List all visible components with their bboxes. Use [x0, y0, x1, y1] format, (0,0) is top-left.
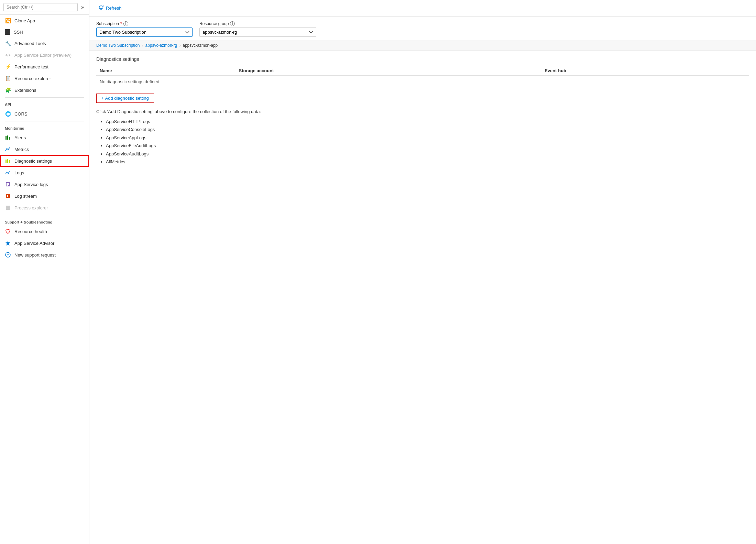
svg-rect-9 [7, 183, 9, 184]
extensions-icon: 🧩 [5, 87, 11, 93]
main-panel: Refresh Subscription * i Demo Two Subscr… [89, 0, 756, 544]
sidebar-item-label: Metrics [14, 147, 29, 152]
sidebar-item-cors[interactable]: 🌐 CORS [0, 108, 89, 120]
collapse-sidebar-button[interactable]: » [80, 3, 86, 12]
subscription-row: Subscription * i Demo Two Subscription R… [89, 17, 756, 40]
table-row-empty: No diagnostic settings defined [96, 76, 749, 88]
svg-rect-16 [7, 208, 9, 208]
resource-explorer-icon: 📋 [5, 75, 11, 81]
main-content-area: Subscription * i Demo Two Subscription R… [89, 17, 756, 544]
sidebar-item-label: App Service logs [14, 182, 48, 187]
sidebar-item-clone-app[interactable]: 🔀 Clone App [0, 15, 89, 26]
search-input[interactable] [3, 3, 78, 11]
svg-rect-5 [9, 160, 10, 163]
diagnostics-table: Name Storage account Event hub No diagno… [96, 66, 749, 88]
sidebar-item-app-service-editor: </> App Service Editor (Preview) [0, 49, 89, 61]
sidebar-item-extensions[interactable]: 🧩 Extensions [0, 84, 89, 96]
add-diagnostic-setting-button[interactable]: + Add diagnostic setting [96, 94, 154, 103]
data-items-list: AppServiceHTTPLogs AppServiceConsoleLogs… [96, 118, 749, 166]
sidebar-item-logs[interactable]: Logs [0, 167, 89, 178]
refresh-button[interactable]: Refresh [96, 3, 124, 13]
list-item: AppServiceHTTPLogs [106, 118, 749, 126]
section-label-monitoring: Monitoring [0, 123, 89, 132]
ssh-icon [5, 29, 10, 35]
table-header-row: Name Storage account Event hub [96, 66, 749, 76]
svg-rect-2 [9, 137, 10, 140]
sidebar-item-resource-health[interactable]: Resource health [0, 226, 89, 237]
svg-point-6 [7, 172, 8, 173]
list-item: AppServiceFileAuditLogs [106, 142, 749, 150]
breadcrumb-subscription[interactable]: Demo Two Subscription [96, 43, 140, 48]
resource-group-select[interactable]: appsvc-azmon-rg [199, 28, 316, 37]
performance-test-icon: ⚡ [5, 64, 11, 70]
empty-message: No diagnostic settings defined [96, 76, 749, 88]
sidebar-item-label: SSH [14, 30, 23, 35]
sidebar-item-new-support-request[interactable]: ? New support request [0, 249, 89, 261]
refresh-label: Refresh [106, 6, 122, 11]
sidebar-item-label: Alerts [14, 135, 26, 140]
sidebar-item-label: Resource explorer [14, 76, 51, 81]
sidebar-item-app-service-advisor[interactable]: App Service Advisor [0, 237, 89, 249]
sidebar-item-resource-explorer[interactable]: 📋 Resource explorer [0, 73, 89, 84]
resource-group-info-icon[interactable]: i [230, 21, 235, 26]
breadcrumb-sep-1: › [142, 43, 143, 48]
divider-api [5, 97, 84, 98]
app-service-advisor-icon [5, 240, 11, 246]
breadcrumb-sep-2: › [179, 43, 180, 48]
svg-rect-0 [6, 136, 7, 140]
breadcrumb: Demo Two Subscription › appsvc-azmon-rg … [89, 40, 756, 51]
svg-marker-17 [6, 241, 10, 246]
clone-app-icon: 🔀 [5, 18, 11, 24]
diagnostics-section: Diagnostics settings Name Storage accoun… [89, 51, 756, 171]
col-name: Name [96, 66, 235, 76]
col-event-hub: Event hub [541, 66, 749, 76]
sidebar-item-label: Resource health [14, 229, 47, 234]
sidebar-item-label: Diagnostic settings [14, 159, 52, 164]
list-item: AppServiceConsoleLogs [106, 126, 749, 133]
sidebar-item-label: Process explorer [14, 205, 48, 210]
app-service-editor-icon: </> [5, 52, 11, 58]
sidebar-item-performance-test[interactable]: ⚡ Performance test [0, 61, 89, 73]
sidebar-item-label: Logs [14, 170, 24, 175]
breadcrumb-rg[interactable]: appsvc-azmon-rg [145, 43, 177, 48]
subscription-info-icon[interactable]: i [123, 21, 128, 26]
required-marker: * [120, 21, 122, 26]
sidebar-item-label: App Service Editor (Preview) [14, 53, 72, 58]
sidebar-item-metrics[interactable]: Metrics [0, 143, 89, 155]
sidebar-item-label: Advanced Tools [14, 41, 46, 46]
sidebar-item-log-stream[interactable]: Log stream [0, 190, 89, 202]
metrics-icon [5, 146, 11, 152]
svg-rect-10 [7, 184, 9, 185]
diagnostics-title: Diagnostics settings [96, 56, 749, 62]
sidebar-item-process-explorer: Process explorer [0, 202, 89, 214]
section-label-api: API [0, 99, 89, 108]
refresh-icon [98, 5, 104, 11]
divider-monitoring [5, 121, 84, 121]
toolbar: Refresh [89, 0, 756, 17]
svg-rect-1 [7, 135, 8, 140]
list-item: AppServiceAppLogs [106, 134, 749, 142]
sidebar-item-label: Extensions [14, 88, 36, 93]
sidebar-item-label: App Service Advisor [14, 241, 54, 246]
svg-text:?: ? [7, 253, 9, 257]
sidebar-item-advanced-tools[interactable]: 🔧 Advanced Tools [0, 37, 89, 49]
resource-group-field: Resource group i appsvc-azmon-rg [199, 21, 316, 37]
subscription-label: Subscription * i [96, 21, 193, 26]
resource-health-icon [5, 228, 11, 235]
sidebar-item-label: Log stream [14, 194, 37, 199]
svg-point-7 [8, 173, 9, 174]
info-text: Click 'Add Diagnostic setting' above to … [96, 109, 749, 114]
list-item: AppServiceAuditLogs [106, 150, 749, 158]
svg-rect-3 [6, 160, 7, 163]
sidebar-item-ssh[interactable]: SSH [0, 26, 89, 37]
sidebar-item-alerts[interactable]: Alerts [0, 132, 89, 143]
logs-icon [5, 170, 11, 176]
subscription-select[interactable]: Demo Two Subscription [96, 28, 193, 37]
sidebar-item-diagnostic-settings[interactable]: Diagnostic settings [0, 155, 89, 167]
sidebar-item-app-service-logs[interactable]: App Service logs [0, 178, 89, 190]
divider-support [5, 215, 84, 215]
col-storage: Storage account [235, 66, 541, 76]
process-explorer-icon [5, 205, 11, 211]
section-label-support: Support + troubleshooting [0, 217, 89, 226]
sidebar-item-label: New support request [14, 252, 56, 258]
